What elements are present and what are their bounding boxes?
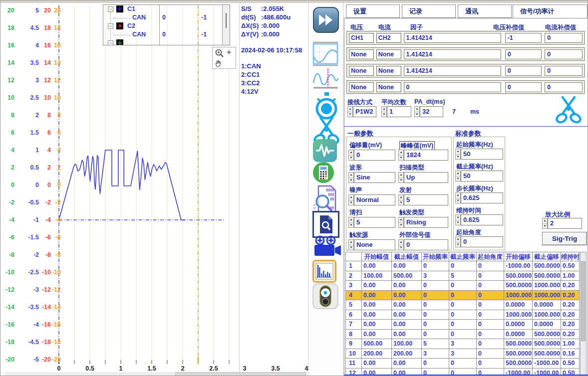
- speaker-button[interactable]: [312, 283, 338, 311]
- table-row[interactable]: 70.000.000000.00000.00000.20: [346, 320, 580, 330]
- voltage-channel-select[interactable]: None: [349, 82, 374, 92]
- current-channel-select[interactable]: None: [376, 66, 401, 76]
- spin-buttons[interactable]: ▲▼: [455, 171, 461, 182]
- voltage-channel-select[interactable]: None: [349, 49, 374, 59]
- sig-trig-button[interactable]: Sig-Trig: [542, 232, 587, 245]
- spin-buttons[interactable]: ▲▼: [542, 218, 548, 229]
- factor-input[interactable]: 1.414214: [404, 66, 501, 76]
- field-value[interactable]: 1824: [404, 150, 448, 161]
- param-field-扫描类型[interactable]: ▲▼Up: [398, 172, 448, 183]
- zoom-ratio-field[interactable]: ▲▼ 2: [542, 218, 582, 229]
- tree-collapse-icon[interactable]: −: [108, 40, 113, 45]
- channel-tree-row[interactable]: −✛: [103, 39, 230, 45]
- signal-wave-button[interactable]: [312, 139, 337, 165]
- channel-tree-child-row[interactable]: CAN0-1: [103, 30, 230, 39]
- spin-buttons[interactable]: ▲▼: [348, 217, 354, 228]
- field-value[interactable]: 0.625: [461, 192, 503, 203]
- param-field-外部信号值[interactable]: ▲▼0: [398, 239, 448, 250]
- field-value[interactable]: 0: [404, 239, 448, 250]
- hand-pan-icon[interactable]: [215, 59, 224, 68]
- video-camera-icon[interactable]: [312, 235, 341, 261]
- factor-input[interactable]: 0: [404, 82, 501, 92]
- param-field-清扫[interactable]: ▲▼5: [348, 217, 395, 228]
- table-row[interactable]: 9500.00100.00530500.0000500.00001.00: [346, 339, 580, 349]
- channel-tree-child-row[interactable]: CAN0-1: [103, 13, 230, 22]
- table-row[interactable]: 30.000.00000500.00001000.0000.20: [346, 281, 580, 291]
- spin-buttons[interactable]: ▲▼: [381, 106, 387, 117]
- table-row[interactable]: 10.000.00000-1000.00500.00000.50: [346, 261, 580, 271]
- tab-0[interactable]: 设置: [346, 4, 400, 18]
- voltage-comp-input[interactable]: 0: [505, 66, 542, 76]
- table-row[interactable]: 10200.00200.00330500.0000500.00000.16: [346, 349, 580, 359]
- param-field-发射[interactable]: ▲▼5: [398, 194, 448, 205]
- current-comp-input[interactable]: 0: [545, 66, 583, 76]
- field-value[interactable]: Normal: [354, 194, 395, 205]
- current-channel-select[interactable]: None: [376, 82, 401, 92]
- spin-buttons[interactable]: ▲▼: [414, 106, 420, 117]
- segment-table-scrollbar-thumb[interactable]: [581, 261, 586, 341]
- segment-table-scrollbar[interactable]: [580, 252, 587, 375]
- voltage-comp-input[interactable]: -1: [505, 33, 542, 43]
- field-value[interactable]: Sine: [354, 172, 395, 183]
- tree-collapse-icon[interactable]: −: [108, 23, 113, 29]
- param-field-波形[interactable]: ▲▼Sine: [348, 172, 395, 183]
- param-field-起始频率(Hz)[interactable]: ▲▼50: [455, 149, 503, 160]
- spin-buttons[interactable]: ▲▼: [398, 239, 404, 250]
- factor-input[interactable]: 1.414214: [404, 49, 501, 59]
- channel-tree-row[interactable]: −✛C2: [103, 22, 230, 30]
- waveform-display-icon[interactable]: [312, 41, 338, 68]
- current-comp-input[interactable]: 0: [545, 49, 583, 59]
- field-value[interactable]: 50: [461, 149, 503, 160]
- table-row[interactable]: 80.000.000000.0000500.00000.20: [346, 330, 580, 340]
- field-value[interactable]: 5: [404, 194, 448, 205]
- param-field-维持时间[interactable]: ▲▼0.625: [455, 214, 503, 225]
- spin-buttons[interactable]: ▲▼: [347, 106, 353, 117]
- fast-forward-button[interactable]: [312, 6, 339, 35]
- param-field-噪声[interactable]: ▲▼Normal: [348, 194, 395, 205]
- spin-buttons[interactable]: ▲▼: [455, 214, 461, 225]
- spin-buttons[interactable]: ▲▼: [455, 192, 461, 203]
- voltage-channel-select[interactable]: CH1: [349, 33, 374, 43]
- param-field-偏移量(mV)[interactable]: ▲▼0: [348, 150, 395, 161]
- channel-tree-panel[interactable]: −✛C1CAN0-1−✛C2CAN0-1−✛: [103, 4, 230, 45]
- field-value[interactable]: 0: [354, 150, 395, 161]
- spin-buttons[interactable]: ▲▼: [348, 172, 354, 183]
- tab-1[interactable]: 记录: [402, 4, 456, 18]
- magnifier-zoom-icon[interactable]: [215, 48, 225, 58]
- wiring-mode-field[interactable]: ▲▼P1W2: [347, 106, 376, 117]
- pa-dt-field[interactable]: ▲▼32: [414, 106, 443, 117]
- current-comp-input[interactable]: 0: [545, 33, 583, 43]
- spin-buttons[interactable]: ▲▼: [455, 149, 461, 160]
- plot-zoom-tools[interactable]: +: [212, 47, 236, 69]
- scissors-icon[interactable]: [554, 95, 583, 127]
- param-field-截止频率(Hz)[interactable]: ▲▼50: [455, 171, 503, 182]
- field-value[interactable]: Up: [404, 172, 448, 183]
- param-field-起始角度[interactable]: ▲▼0: [455, 236, 503, 247]
- spin-buttons[interactable]: ▲▼: [398, 194, 404, 205]
- calculator-icon[interactable]: [312, 162, 334, 186]
- table-row[interactable]: 2100.00500.00350500.0000500.00001.00: [346, 271, 580, 281]
- tab-2[interactable]: 通讯: [458, 4, 512, 18]
- current-comp-input[interactable]: 0: [545, 82, 583, 92]
- average-count-field[interactable]: ▲▼1: [381, 106, 411, 117]
- table-row[interactable]: 60.000.000001000.0001000.0000.20: [346, 310, 580, 320]
- voltage-comp-input[interactable]: 0: [505, 49, 542, 59]
- spin-buttons[interactable]: ▲▼: [398, 217, 404, 228]
- current-channel-select[interactable]: None: [376, 49, 401, 59]
- table-row[interactable]: 50.000.000000.00000.00000.20: [346, 300, 580, 310]
- spin-buttons[interactable]: ▲▼: [348, 150, 354, 161]
- tree-collapse-icon[interactable]: −: [108, 6, 113, 12]
- field-value[interactable]: 0: [461, 236, 503, 247]
- spin-buttons[interactable]: ▲▼: [398, 172, 404, 183]
- spin-buttons[interactable]: ▲▼: [455, 236, 461, 247]
- field-value[interactable]: P1W2: [353, 106, 376, 117]
- tab-signal-power-meter[interactable]: 信号/功率计: [513, 4, 588, 19]
- field-value[interactable]: 50: [461, 171, 503, 182]
- param-field-峰峰值(mV)[interactable]: ▲▼1824: [398, 150, 448, 161]
- field-value[interactable]: Rising: [404, 217, 448, 228]
- zoom-plus-label[interactable]: +: [227, 48, 231, 57]
- spin-buttons[interactable]: ▲▼: [348, 239, 354, 250]
- current-channel-select[interactable]: CH2: [376, 33, 401, 43]
- voltage-channel-select[interactable]: None: [349, 66, 374, 76]
- spin-buttons[interactable]: ▲▼: [348, 194, 354, 205]
